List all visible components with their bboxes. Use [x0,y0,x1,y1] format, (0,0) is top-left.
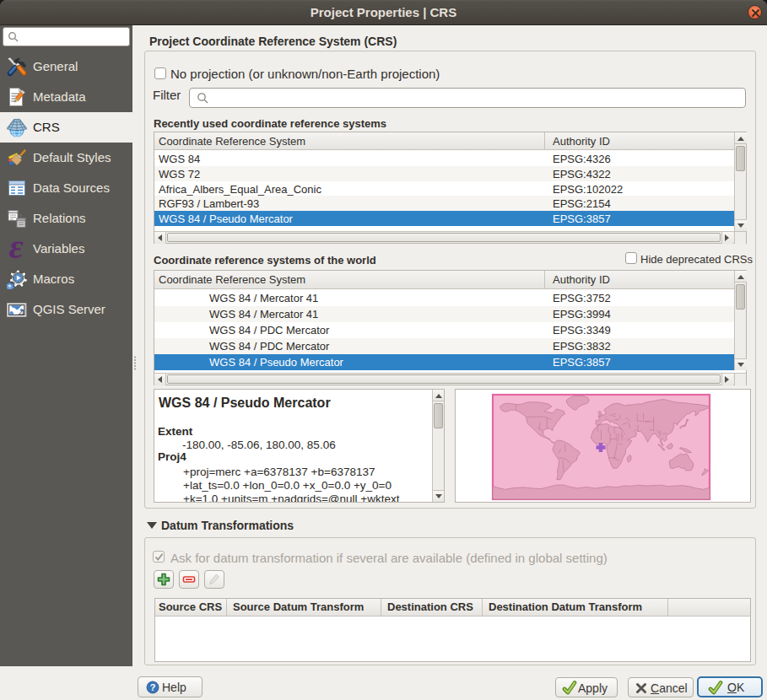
svg-text:?: ? [150,682,156,692]
svg-text:ε: ε [8,239,23,259]
